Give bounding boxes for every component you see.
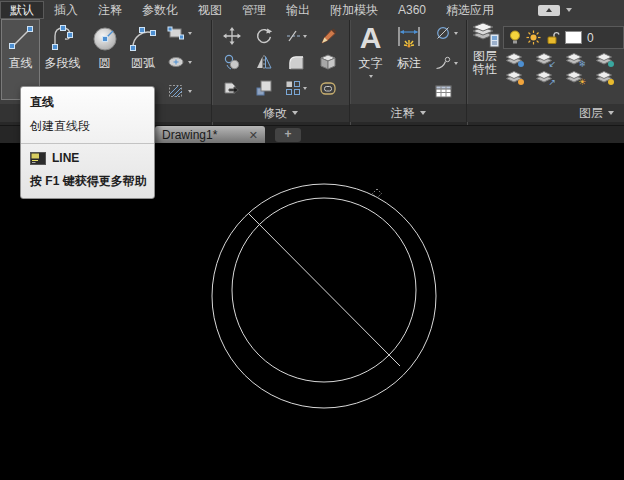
- panel-layers-label[interactable]: 图层: [467, 104, 624, 122]
- ribbon-tab-parametric[interactable]: 参数化: [132, 1, 188, 19]
- outer-circle[interactable]: [212, 184, 436, 408]
- arc-button-label: 圆弧: [131, 55, 155, 72]
- new-tab-button[interactable]: +: [275, 128, 301, 142]
- dimension-button[interactable]: 标注: [388, 20, 430, 99]
- tooltip-title: 直线: [30, 94, 145, 111]
- layer-thaw-button[interactable]: ☀: [565, 70, 584, 85]
- mirror-button[interactable]: [255, 53, 273, 71]
- ellipse-button[interactable]: [167, 55, 203, 69]
- dimension-button-label: 标注: [397, 55, 421, 72]
- ribbon-tab-a360[interactable]: A360: [388, 1, 436, 19]
- stretch-button[interactable]: [223, 79, 241, 97]
- ribbon-tab-view[interactable]: 视图: [188, 1, 232, 19]
- unlock-icon: [546, 30, 560, 45]
- array-flyout-icon[interactable]: [303, 87, 307, 92]
- center-mark-flyout-icon[interactable]: [454, 32, 458, 37]
- ribbon-collapse-options-icon[interactable]: [566, 8, 572, 15]
- leader-flyout-icon[interactable]: [454, 62, 458, 67]
- text-button[interactable]: A 文字: [353, 20, 388, 99]
- fillet-button[interactable]: [287, 53, 305, 71]
- fillet-icon: [287, 53, 305, 71]
- rectangle-icon: [167, 26, 185, 40]
- layer-properties-icon: [469, 22, 501, 50]
- ribbon-tab-bar: 默认 插入 注释 参数化 视图 管理 输出 附加模块 A360 精选应用: [0, 0, 624, 20]
- leader-button[interactable]: [435, 56, 466, 70]
- current-layer-name: 0: [587, 31, 594, 45]
- layer-match-button[interactable]: ↗: [535, 70, 554, 85]
- text-flyout-icon[interactable]: [369, 75, 373, 80]
- panel-annotate-expand-icon[interactable]: [420, 111, 426, 118]
- stretch-icon: [223, 79, 241, 97]
- file-tab-drawing1[interactable]: Drawing1* ✕: [155, 126, 265, 144]
- layer-lock-button[interactable]: [595, 52, 614, 67]
- offset-button[interactable]: [319, 79, 337, 97]
- ribbon-tab-annotate[interactable]: 注释: [88, 1, 132, 19]
- panel-layers-expand-icon[interactable]: [608, 111, 614, 118]
- erase-icon: [319, 27, 337, 45]
- panel-modify: 修改: [212, 20, 349, 122]
- layer-freeze-button[interactable]: ❄: [565, 52, 584, 67]
- layer-color-swatch: [565, 31, 582, 44]
- ribbon-tab-manage[interactable]: 管理: [232, 1, 276, 19]
- layer-properties-button[interactable]: 图层特性: [469, 20, 501, 104]
- tooltip-f1-hint: 按 F1 键获得更多帮助: [30, 173, 145, 190]
- text-button-label: 文字: [359, 55, 383, 72]
- circle-icon: [90, 23, 120, 53]
- arc-icon: [128, 23, 158, 53]
- close-tab-icon[interactable]: ✕: [249, 129, 258, 142]
- center-mark-button[interactable]: [435, 26, 466, 40]
- ribbon-tab-output[interactable]: 输出: [276, 1, 320, 19]
- ribbon-tab-default[interactable]: 默认: [0, 1, 44, 19]
- command-window-icon: [30, 152, 46, 165]
- layer-on-button[interactable]: [505, 70, 524, 85]
- rotate-icon: [255, 27, 273, 45]
- rectangle-button[interactable]: [167, 26, 203, 40]
- layer-make-current-button[interactable]: ↙: [535, 52, 554, 67]
- layer-dropdown[interactable]: 0: [503, 26, 624, 49]
- panel-layers: 图层特性: [467, 20, 624, 122]
- ribbon-tab-featured[interactable]: 精选应用: [436, 1, 504, 19]
- layer-properties-label: 图层特性: [472, 50, 498, 76]
- trim-flyout-icon[interactable]: [303, 35, 307, 40]
- move-button[interactable]: [223, 27, 241, 45]
- ellipse-flyout-icon[interactable]: [188, 61, 192, 66]
- erase-button[interactable]: [319, 27, 337, 45]
- circle-button-label: 圆: [99, 55, 111, 72]
- center-mark-icon: [435, 26, 451, 40]
- panel-annotate: A 文字: [350, 20, 466, 122]
- line-icon: [6, 23, 36, 53]
- hatch-flyout-icon[interactable]: [188, 90, 192, 95]
- polyline-button-label: 多段线: [45, 55, 81, 72]
- table-button[interactable]: [435, 85, 466, 98]
- leader-icon: [435, 56, 451, 70]
- line-button-label: 直线: [9, 55, 33, 72]
- panel-modify-label[interactable]: 修改: [212, 105, 349, 122]
- hatch-button[interactable]: [167, 84, 203, 98]
- tooltip-command-name: LINE: [52, 151, 79, 165]
- scale-icon: [255, 79, 273, 97]
- rotate-button[interactable]: [255, 27, 273, 45]
- dimension-icon: [393, 23, 425, 53]
- trim-icon: [285, 27, 301, 45]
- panel-modify-expand-icon[interactable]: [292, 111, 298, 118]
- panel-annotate-label[interactable]: 注释: [350, 104, 466, 122]
- layer-pin-button[interactable]: [505, 52, 524, 67]
- array-button[interactable]: [285, 80, 307, 96]
- diagonal-line[interactable]: [249, 214, 400, 366]
- layer-unlock-button[interactable]: [595, 70, 614, 85]
- copy-button[interactable]: [223, 53, 241, 71]
- explode-button[interactable]: [319, 53, 337, 71]
- line-command-tooltip: 直线 创建直线段 LINE 按 F1 键获得更多帮助: [20, 86, 155, 199]
- mirror-icon: [255, 53, 273, 71]
- ribbon-collapse-icon[interactable]: [538, 5, 560, 16]
- rectangle-flyout-icon[interactable]: [188, 32, 192, 37]
- table-icon: [435, 85, 452, 98]
- snap-marker-icon: [373, 189, 382, 198]
- tooltip-description: 创建直线段: [30, 118, 145, 135]
- ellipse-icon: [167, 55, 185, 69]
- trim-button[interactable]: [285, 27, 307, 45]
- ribbon-tab-insert[interactable]: 插入: [44, 1, 88, 19]
- scale-button[interactable]: [255, 79, 273, 97]
- ribbon-tab-addins[interactable]: 附加模块: [320, 1, 388, 19]
- array-icon: [285, 80, 301, 96]
